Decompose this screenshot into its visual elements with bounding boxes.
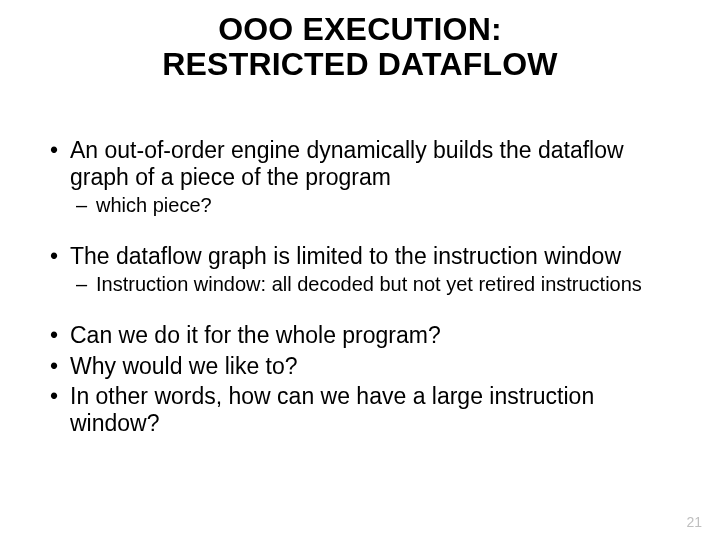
page-number: 21 <box>686 514 702 530</box>
spacer <box>36 300 684 322</box>
bullet-1-sub-1: which piece? <box>36 194 684 217</box>
title-line-1: OOO EXECUTION: <box>218 11 502 47</box>
bullet-3: Can we do it for the whole program? <box>36 322 684 348</box>
spacer <box>36 221 684 243</box>
slide-title: OOO EXECUTION: RESTRICTED DATAFLOW <box>36 12 684 81</box>
slide: OOO EXECUTION: RESTRICTED DATAFLOW An ou… <box>0 0 720 540</box>
bullet-2: The dataflow graph is limited to the ins… <box>36 243 684 269</box>
bullet-5: In other words, how can we have a large … <box>36 383 684 436</box>
bullet-4: Why would we like to? <box>36 353 684 379</box>
title-line-2: RESTRICTED DATAFLOW <box>162 46 557 82</box>
bullet-1: An out-of-order engine dynamically build… <box>36 137 684 190</box>
bullet-2-sub-1: Instruction window: all decoded but not … <box>36 273 684 296</box>
bullet-list: An out-of-order engine dynamically build… <box>36 137 684 436</box>
